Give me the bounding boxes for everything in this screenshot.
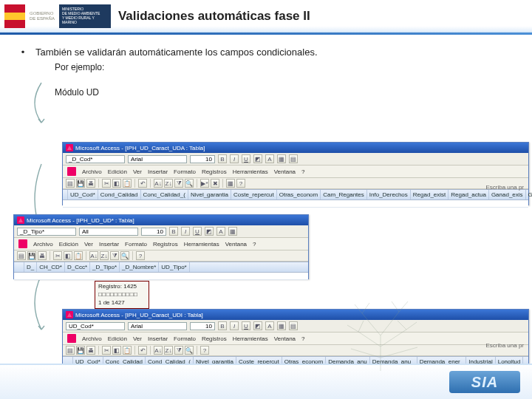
column-header[interactable]: Ganad_exis: [489, 190, 526, 200]
menu-item-ver[interactable]: Ver: [133, 168, 142, 175]
view-button[interactable]: ▤: [66, 179, 75, 188]
row-selector[interactable]: [14, 262, 24, 272]
column-header[interactable]: _D_Nombre*: [120, 262, 159, 272]
font-selector[interactable]: All: [79, 228, 138, 236]
fill-color-button[interactable]: ◩: [253, 321, 262, 330]
font-selector[interactable]: Arial: [128, 155, 187, 163]
column-header[interactable]: Regad_exist: [411, 190, 449, 200]
view-button[interactable]: ▤: [66, 346, 75, 355]
menu-item-edicion[interactable]: Edición: [108, 168, 127, 175]
fill-color-button[interactable]: ◩: [253, 154, 262, 163]
column-header[interactable]: Nivel_garantia: [188, 190, 231, 200]
copy-button[interactable]: ◧: [112, 346, 121, 355]
print-button[interactable]: 🖶: [86, 179, 95, 188]
border-button[interactable]: ▦: [277, 321, 286, 330]
font-color-button[interactable]: A: [265, 321, 274, 330]
table-row[interactable]: [14, 273, 308, 280]
menu-item-help[interactable]: ?: [253, 241, 256, 248]
db-window-button[interactable]: ▦: [226, 179, 235, 188]
menu-item-insertar[interactable]: Insertar: [99, 241, 119, 248]
sort-desc-button[interactable]: Z↓: [164, 346, 173, 355]
column-header[interactable]: _D_Tipo*: [90, 262, 120, 272]
menu-item-edicion[interactable]: Edición: [59, 241, 78, 248]
menu-item-insertar[interactable]: Insertar: [148, 168, 168, 175]
fill-color-button[interactable]: ◩: [205, 227, 214, 236]
column-header[interactable]: Cam_Regantes: [321, 190, 367, 200]
menu-item-insertar[interactable]: Insertar: [148, 335, 168, 342]
save-button[interactable]: 💾: [76, 179, 85, 188]
font-selector[interactable]: Arial: [128, 322, 187, 330]
menu-item-ventana[interactable]: Ventana: [274, 168, 296, 175]
column-header[interactable]: Cond_Calidad: [98, 190, 141, 200]
menu-item-ver[interactable]: Ver: [133, 335, 142, 342]
column-header[interactable]: Ganad_actua: [526, 190, 532, 200]
column-header[interactable]: Otras_econom: [277, 190, 321, 200]
fontsize-selector[interactable]: 10: [190, 322, 215, 330]
sort-asc-button[interactable]: A↓: [154, 179, 163, 188]
menu-item-registros[interactable]: Registros: [202, 168, 227, 175]
help-button[interactable]: ?: [236, 179, 245, 188]
column-header[interactable]: Info_Derechos: [367, 190, 411, 200]
menu-item-formato[interactable]: Formato: [174, 335, 196, 342]
cut-button[interactable]: ✂: [102, 179, 111, 188]
filter-button[interactable]: ⧩: [174, 346, 183, 355]
menu-item-help[interactable]: ?: [301, 168, 304, 175]
menu-item-herramientas[interactable]: Herramientas: [233, 168, 268, 175]
menu-item-help[interactable]: ?: [301, 335, 304, 342]
field-selector[interactable]: _D_Cod*: [66, 155, 125, 163]
filter-button[interactable]: ⧩: [174, 179, 183, 188]
undo-button[interactable]: ↶: [138, 346, 147, 355]
field-selector[interactable]: UD_Cod*: [66, 322, 125, 330]
border-button[interactable]: ▦: [228, 227, 237, 236]
sort-asc-button[interactable]: A↓: [89, 251, 98, 260]
view-button[interactable]: ▤: [17, 251, 26, 260]
field-selector[interactable]: _D_Tipo*: [17, 228, 76, 236]
find-button[interactable]: 🔍: [185, 346, 194, 355]
menu-item-formato[interactable]: Formato: [125, 241, 147, 248]
bold-button[interactable]: B: [218, 321, 227, 330]
column-header[interactable]: Regad_actua: [449, 190, 489, 200]
table-row[interactable]: [63, 200, 528, 208]
menu-item-ventana[interactable]: Ventana: [274, 335, 296, 342]
bold-button[interactable]: B: [169, 227, 178, 236]
help-button[interactable]: ?: [200, 346, 209, 355]
column-header[interactable]: Conc_Calidad_(: [141, 190, 188, 200]
help-button[interactable]: ?: [136, 251, 145, 260]
column-header[interactable]: CH_CD*: [37, 262, 65, 272]
cut-button[interactable]: ✂: [102, 346, 111, 355]
find-button[interactable]: 🔍: [185, 179, 194, 188]
font-color-button[interactable]: A: [216, 227, 225, 236]
menu-item-ventana[interactable]: Ventana: [225, 241, 247, 248]
menu-item-herramientas[interactable]: Herramientas: [233, 335, 268, 342]
paste-button[interactable]: 📋: [123, 179, 132, 188]
menu-item-archivo[interactable]: Archivo: [82, 168, 102, 175]
underline-button[interactable]: U: [242, 321, 250, 330]
save-button[interactable]: 💾: [27, 251, 36, 260]
menu-item-archivo[interactable]: Archivo: [82, 335, 102, 342]
bold-button[interactable]: B: [218, 154, 227, 163]
sort-desc-button[interactable]: Z↓: [164, 179, 173, 188]
italic-button[interactable]: I: [181, 227, 190, 236]
new-record-button[interactable]: ▶*: [200, 179, 209, 188]
copy-button[interactable]: ◧: [112, 179, 121, 188]
column-header[interactable]: D_: [24, 262, 37, 272]
menu-item-registros[interactable]: Registros: [153, 241, 178, 248]
column-header[interactable]: UD_Cod*: [68, 190, 98, 200]
font-color-button[interactable]: A: [265, 154, 274, 163]
column-header[interactable]: D_Ccc*: [65, 262, 90, 272]
filter-button[interactable]: ⧩: [110, 251, 119, 260]
find-button[interactable]: 🔍: [120, 251, 129, 260]
copy-button[interactable]: ◧: [64, 251, 72, 260]
italic-button[interactable]: I: [230, 321, 239, 330]
save-button[interactable]: 💾: [76, 346, 85, 355]
menu-item-herramientas[interactable]: Herramientas: [184, 241, 219, 248]
paste-button[interactable]: 📋: [74, 251, 83, 260]
italic-button[interactable]: I: [230, 154, 239, 163]
menu-item-formato[interactable]: Formato: [174, 168, 196, 175]
paste-button[interactable]: 📋: [123, 346, 132, 355]
sort-asc-button[interactable]: A↓: [154, 346, 163, 355]
status-nav-buttons[interactable]: □□□□□□□□□□: [98, 291, 146, 299]
menu-item-ver[interactable]: Ver: [84, 241, 93, 248]
print-button[interactable]: 🖶: [86, 346, 95, 355]
undo-button[interactable]: ↶: [138, 179, 147, 188]
